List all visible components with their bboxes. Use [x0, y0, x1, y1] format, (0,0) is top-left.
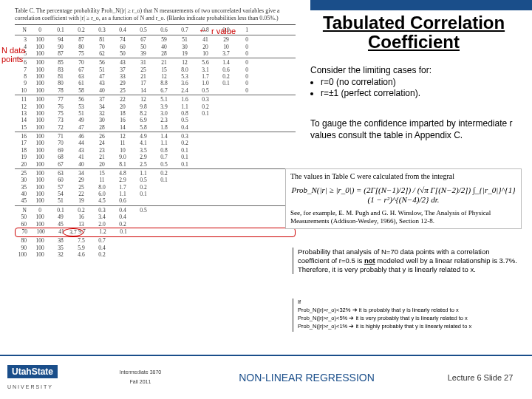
integral-reference: See, for example, E. M. Pugh and G. H. W… [290, 209, 516, 225]
table-caption: Table C. The percentage probability Prob… [15, 7, 296, 21]
gauge-text: To gauge the confidence imparted by inte… [310, 118, 517, 141]
if-thresholds: If Prob_N(|r|>r_o)<32% ➔ it is probably … [293, 299, 522, 332]
footer-bar: UtahState UNIVERSITY Intermediate 3870 F… [0, 355, 532, 399]
prob-p1c: modeled well by a linear relationship is… [375, 256, 517, 265]
n-data-annotation: N data points [1, 46, 30, 64]
if-l2b: it is very probably that y is linearly r… [354, 315, 467, 321]
arrow-icon: ➔ [352, 307, 358, 313]
course-term: Fall 2011 [96, 378, 185, 387]
logo-text: UtahState [7, 365, 58, 378]
correlation-table: N00.10.20.30.40.50.60.70.80.913100948781… [15, 24, 296, 259]
if-l3a: Prob_N(|r|>r_o)<1% [298, 323, 349, 330]
if-l2a: Prob_N(|r|>r_o)<5% [298, 315, 349, 321]
footer-title: NON-LINEAR REGRESSION [185, 372, 429, 383]
integral-block: The values in Table C were calculated fr… [285, 168, 522, 229]
integral-formula: Prob_N(|r| ≥ |r_0|) = (2Γ[(N−1)/2]) / (√… [290, 181, 516, 209]
integral-intro: The values in Table C were calculated fr… [290, 172, 516, 181]
logo-subtext: UNIVERSITY [7, 384, 53, 389]
university-logo: UtahState UNIVERSITY [0, 364, 96, 392]
prob-p2: Therefore, it is very probably that y is… [298, 265, 522, 274]
if-l1b: it is probably that y is linearly relate… [358, 307, 459, 313]
bullet-r1: r=±1 (perfect correlation). [321, 88, 517, 100]
consider-intro: Consider the limiting cases for: [310, 65, 517, 77]
prob-not: not [364, 256, 375, 265]
course-info: Intermediate 3870 Fall 2011 [96, 368, 185, 386]
if-header: If [298, 299, 522, 306]
if-l3b: it is highly probably that y is linearly… [354, 323, 471, 330]
slide-number: Lecture 6 Slide 27 [429, 373, 532, 382]
r-value-annotation: r value [198, 24, 236, 36]
consider-block: Consider the limiting cases for: r=0 (no… [310, 65, 517, 100]
slide-title: Tabulated Correlation Coefficient [310, 13, 517, 52]
probability-explanation: Probability that analysis of N=70 data p… [293, 248, 522, 274]
if-l1a: Prob_N(|r|>r_o)<32% [298, 307, 352, 313]
course-code: Intermediate 3870 [96, 368, 185, 378]
header-accent-bar [310, 0, 532, 10]
table-c-area: Table C. The percentage probability Prob… [15, 7, 296, 340]
bullet-r0: r=0 (no correlation) [321, 77, 517, 89]
